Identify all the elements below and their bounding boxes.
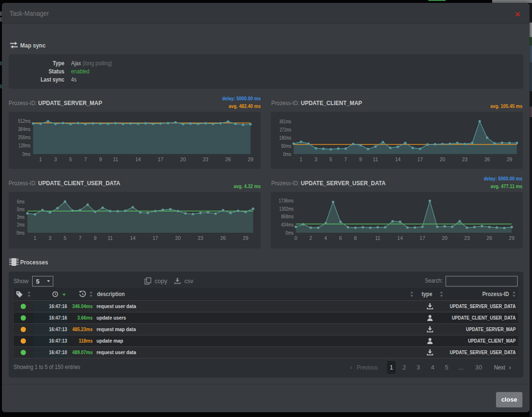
svg-text:5: 5 (63, 235, 66, 241)
svg-text:512ms: 512ms (18, 118, 31, 124)
svg-text:434ms: 434ms (281, 222, 294, 227)
svg-text:868ms: 868ms (281, 214, 294, 219)
svg-text:1: 1 (39, 156, 42, 162)
svg-text:1736ms: 1736ms (279, 198, 294, 203)
svg-text:26: 26 (486, 235, 492, 241)
svg-text:14: 14 (397, 235, 403, 241)
svg-text:17: 17 (420, 235, 425, 241)
svg-text:90ms: 90ms (281, 143, 291, 149)
svg-text:11: 11 (373, 156, 378, 162)
svg-text:20: 20 (440, 156, 446, 162)
svg-text:17: 17 (417, 156, 423, 162)
svg-text:5ms: 5ms (17, 206, 24, 212)
svg-text:20: 20 (175, 235, 181, 241)
svg-text:9: 9 (99, 156, 102, 162)
svg-text:361ms: 361ms (279, 119, 291, 124)
svg-text:8: 8 (354, 235, 357, 241)
svg-text:11: 11 (113, 156, 118, 162)
svg-text:2ms: 2ms (17, 222, 24, 227)
svg-text:0ms: 0ms (286, 230, 294, 236)
svg-text:29: 29 (243, 235, 249, 241)
svg-text:7: 7 (84, 156, 87, 162)
svg-text:26: 26 (220, 235, 226, 241)
svg-text:23: 23 (464, 235, 470, 241)
svg-text:3: 3 (48, 235, 51, 241)
svg-text:1: 1 (300, 156, 302, 162)
svg-text:5: 5 (69, 156, 72, 162)
svg-text:271ms: 271ms (280, 127, 291, 132)
svg-text:3: 3 (314, 156, 317, 162)
svg-text:11: 11 (375, 235, 380, 241)
svg-text:0ms: 0ms (16, 230, 24, 236)
svg-text:29: 29 (509, 235, 515, 241)
svg-text:14: 14 (130, 235, 136, 241)
svg-text:11: 11 (108, 235, 113, 241)
svg-text:7: 7 (79, 235, 82, 241)
svg-text:14: 14 (395, 156, 401, 162)
svg-text:23: 23 (198, 235, 204, 241)
svg-text:6ms: 6ms (17, 199, 24, 204)
svg-text:20: 20 (180, 156, 186, 162)
svg-text:26: 26 (484, 156, 490, 162)
svg-text:2: 2 (309, 235, 312, 241)
svg-text:9: 9 (359, 156, 362, 162)
svg-text:1: 1 (34, 235, 36, 241)
svg-text:26: 26 (225, 156, 231, 162)
svg-text:17: 17 (157, 156, 163, 162)
svg-text:14: 14 (135, 156, 141, 162)
svg-text:7: 7 (344, 156, 347, 162)
svg-text:29: 29 (248, 156, 254, 162)
svg-text:29: 29 (507, 156, 512, 162)
svg-text:23: 23 (203, 156, 208, 162)
svg-text:256ms: 256ms (18, 134, 31, 140)
svg-text:3: 3 (54, 156, 57, 162)
svg-text:4: 4 (324, 235, 327, 241)
svg-text:1302ms: 1302ms (279, 206, 294, 212)
svg-text:3ms: 3ms (17, 214, 24, 220)
svg-text:6: 6 (339, 235, 342, 241)
svg-text:9: 9 (94, 235, 97, 241)
svg-text:5: 5 (329, 156, 332, 162)
svg-text:0: 0 (294, 235, 297, 241)
svg-text:180ms: 180ms (279, 135, 291, 141)
svg-text:23: 23 (462, 156, 468, 162)
svg-text:0ms: 0ms (23, 151, 31, 157)
svg-text:0ms: 0ms (283, 151, 291, 157)
svg-text:128ms: 128ms (19, 143, 31, 148)
svg-text:17: 17 (153, 235, 158, 241)
svg-text:384ms: 384ms (18, 126, 31, 132)
svg-text:20: 20 (442, 235, 447, 241)
